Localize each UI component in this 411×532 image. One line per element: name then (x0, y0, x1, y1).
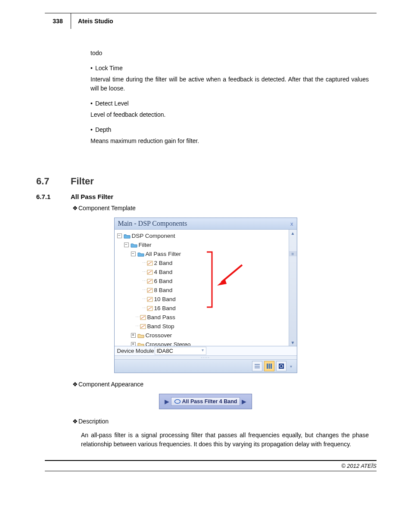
svg-rect-13 (267, 364, 268, 369)
component-icon (147, 288, 153, 293)
input-port-icon[interactable]: ▶ (165, 398, 169, 405)
device-module-row: Device Module IDA8C (115, 346, 297, 355)
component-template-label: ❖Component Template (72, 205, 377, 212)
collapse-icon[interactable]: − (131, 252, 136, 256)
expand-icon[interactable]: + (131, 342, 136, 346)
svg-rect-14 (268, 364, 270, 369)
svg-point-18 (174, 400, 180, 404)
tree-label: Band Pass (147, 314, 175, 320)
tree-item[interactable]: − DSP Component (117, 231, 286, 240)
expand-icon[interactable]: + (131, 333, 136, 338)
component-icon (140, 324, 146, 329)
component-tree[interactable]: − DSP Component − Filter − All Pa (115, 230, 289, 346)
bullet-label: Lock Time (95, 65, 123, 72)
scroll-up-icon[interactable]: ▲ (289, 230, 297, 236)
tree-item[interactable]: + Crossover Stereo (117, 340, 286, 346)
output-port-icon[interactable]: ▶ (242, 398, 246, 405)
svg-rect-15 (271, 364, 272, 369)
todo-text: todo (90, 49, 369, 58)
folder-icon (137, 333, 144, 338)
tree-label: Filter (139, 242, 152, 248)
tree-label: Crossover (146, 332, 172, 339)
subsection-number: 6.7.1 (36, 193, 71, 200)
bullet-label: Detect Level (95, 100, 129, 107)
tree-connector: ⋯ (135, 324, 140, 329)
diamond-icon: ❖ (72, 418, 78, 425)
columns-icon (266, 363, 272, 369)
select-value: IDA8C (157, 348, 173, 354)
label-text: Component Template (78, 205, 136, 212)
section-heading: 6.7 Filter (36, 176, 377, 187)
panel-title-text: Main - DSP Components (118, 220, 187, 227)
component-icon (147, 270, 153, 275)
tree-item[interactable]: ⋯ Band Pass (117, 313, 286, 322)
bullet-detect-level: •Detect Level (90, 100, 369, 107)
description-label: ❖Description (72, 418, 377, 425)
folder-icon (131, 243, 137, 248)
tree-connector: ⋯ (142, 260, 146, 266)
svg-rect-11 (255, 366, 260, 367)
bullet-desc: Means maximum reduction gain for filter. (90, 137, 369, 146)
component-icon (147, 261, 153, 266)
diamond-icon: ❖ (72, 205, 78, 212)
bullet-desc: Interval time during the filter will be … (90, 75, 369, 93)
subsection-heading: 6.7.1 All Pass Filter (36, 193, 377, 200)
list-view-button[interactable] (252, 361, 262, 371)
tree-connector: ⋯ (142, 287, 146, 293)
panel-grip[interactable]: ••••• (115, 355, 297, 360)
tree-label: 16 Band (154, 305, 176, 311)
tree-item[interactable]: ⋯ 10 Band (117, 295, 286, 304)
component-icon (140, 315, 146, 320)
label-text: Description (78, 418, 109, 425)
folder-icon (137, 252, 144, 257)
description-text: An all-pass filter is a signal processin… (81, 431, 369, 449)
folder-icon (124, 233, 131, 239)
page-footer: © 2012 ATEÏS (45, 460, 377, 471)
tree-label: 6 Band (154, 278, 173, 284)
scroll-down-icon[interactable]: ▼ (289, 339, 297, 346)
tree-connector: ⋯ (142, 305, 146, 311)
scroll-thumb[interactable]: ≡ (289, 251, 297, 256)
component-block[interactable]: ▶ All Pass Filter 4 Band ▶ (159, 394, 252, 409)
svg-rect-10 (255, 364, 260, 365)
tree-label: 4 Band (154, 269, 173, 275)
tree-label: 8 Band (154, 287, 173, 293)
component-label-box: All Pass Filter 4 Band (171, 397, 240, 406)
component-label: All Pass Filter 4 Band (182, 398, 237, 404)
tree-item[interactable]: − Filter (117, 240, 286, 249)
bullet-icon: • (90, 100, 93, 107)
tree-item[interactable]: ⋯ 16 Band (117, 304, 286, 313)
tree-item[interactable]: − All Pass Filter (117, 249, 286, 258)
device-module-select[interactable]: IDA8C (155, 347, 206, 355)
refresh-icon (278, 363, 284, 369)
device-module-label: Device Module (115, 346, 155, 355)
subsection-title: All Pass Filter (71, 193, 113, 200)
bullet-depth: •Depth (90, 126, 369, 133)
tree-item[interactable]: ⋯ Band Stop (117, 322, 286, 331)
tree-item[interactable]: ⋯ 8 Band (117, 286, 286, 295)
footer-dropdown[interactable]: ▾ (288, 364, 294, 369)
page-number: 338 (45, 13, 71, 29)
tree-item[interactable]: + Crossover (117, 331, 286, 340)
close-icon[interactable]: x (290, 221, 293, 227)
tree-item[interactable]: ⋯ 6 Band (117, 277, 286, 286)
component-appearance-label: ❖Component Appearance (72, 381, 377, 388)
tree-item[interactable]: ⋯ 2 Band (117, 258, 286, 268)
refresh-button[interactable] (276, 361, 286, 371)
bullet-icon: • (90, 126, 93, 133)
tree-connector: ⋯ (142, 296, 146, 302)
component-icon (174, 399, 181, 404)
label-text: Component Appearance (78, 381, 143, 388)
section-number: 6.7 (36, 176, 71, 187)
svg-rect-16 (279, 364, 284, 369)
scrollbar[interactable]: ▲ ≡ ▼ (289, 230, 297, 346)
page-header: 338 Ateis Studio (45, 13, 377, 29)
bullet-label: Depth (95, 126, 111, 133)
section-title: Filter (71, 176, 94, 187)
collapse-icon[interactable]: − (124, 243, 129, 247)
copyright-text: © 2012 ATEÏS (341, 463, 377, 469)
tree-item[interactable]: ⋯ 4 Band (117, 268, 286, 277)
collapse-icon[interactable]: − (117, 233, 122, 238)
column-view-button[interactable] (264, 361, 274, 371)
diamond-icon: ❖ (72, 381, 78, 388)
